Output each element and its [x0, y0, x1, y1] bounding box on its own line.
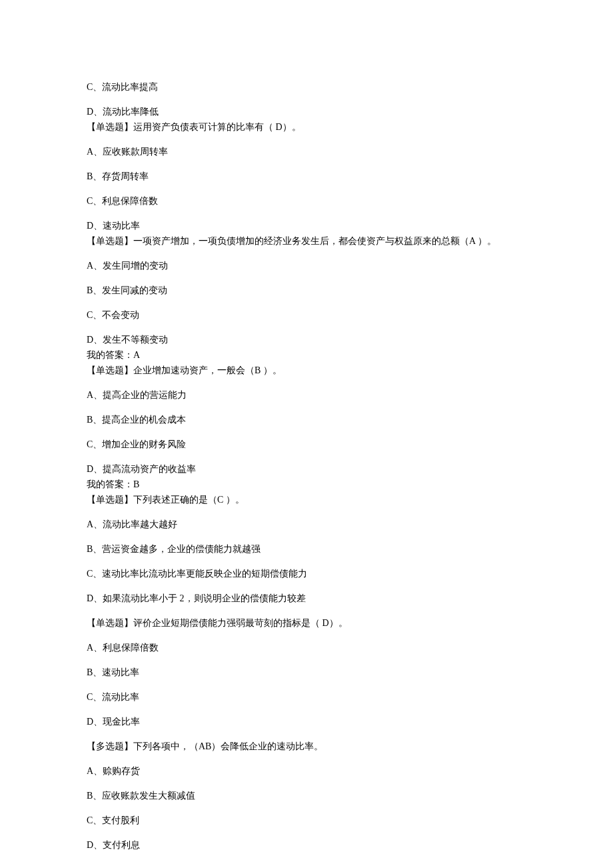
document-page: C、流动比率提高D、流动比率降低【单选题】运用资产负债表可计算的比率有（ D）。… — [0, 0, 613, 868]
text-line: A、应收账款周转率 — [87, 145, 526, 159]
text-line: A、利息保障倍数 — [87, 641, 526, 655]
text-line: 【单选题】评价企业短期偿债能力强弱最苛刻的指标是（ D）。 — [87, 616, 526, 630]
text-line: 【单选题】运用资产负债表可计算的比率有（ D）。 — [87, 120, 526, 134]
text-line: 我的答案：B — [87, 477, 526, 491]
text-line: D、现金比率 — [87, 715, 526, 729]
text-line: 【单选题】一项资产增加，一项负债增加的经济业务发生后，都会使资产与权益原来的总额… — [87, 234, 526, 248]
text-line: A、发生同增的变动 — [87, 259, 526, 273]
text-line: 我的答案：A — [87, 348, 526, 362]
text-line: A、赊购存货 — [87, 764, 526, 778]
text-line: D、速动比率 — [87, 219, 526, 233]
text-line: B、应收账款发生大额减值 — [87, 789, 526, 803]
text-line: 【多选题】下列各项中，（AB）会降低企业的速动比率。 — [87, 739, 526, 753]
text-line: C、速动比率比流动比率更能反映企业的短期偿债能力 — [87, 567, 526, 581]
text-line: D、支付利息 — [87, 838, 526, 852]
text-line: B、提高企业的机会成本 — [87, 413, 526, 427]
text-line: B、发生同减的变动 — [87, 283, 526, 297]
text-line: C、支付股利 — [87, 813, 526, 827]
text-line: D、发生不等额变动 — [87, 333, 526, 347]
text-line: 【单选题】企业增加速动资产，一般会（B ）。 — [87, 363, 526, 377]
text-line: C、利息保障倍数 — [87, 194, 526, 208]
text-line: D、提高流动资产的收益率 — [87, 462, 526, 476]
text-line: C、不会变动 — [87, 308, 526, 322]
text-line: C、流动比率提高 — [87, 80, 526, 94]
text-line: 【单选题】下列表述正确的是（C ）。 — [87, 493, 526, 507]
text-line: C、增加企业的财务风险 — [87, 437, 526, 451]
text-line: D、如果流动比率小于 2，则说明企业的偿债能力较差 — [87, 591, 526, 605]
text-line: B、速动比率 — [87, 665, 526, 679]
text-line: A、流动比率越大越好 — [87, 517, 526, 531]
text-line: B、存货周转率 — [87, 169, 526, 183]
text-line: C、流动比率 — [87, 690, 526, 704]
text-line: A、提高企业的营运能力 — [87, 388, 526, 402]
text-line: D、流动比率降低 — [87, 105, 526, 119]
text-line: B、营运资金越多，企业的偿债能力就越强 — [87, 542, 526, 556]
